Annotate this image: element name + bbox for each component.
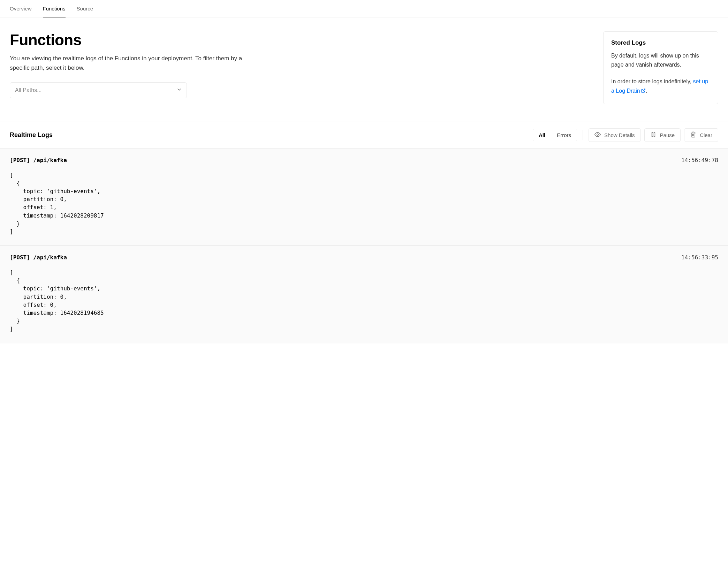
stored-logs-text-2: In order to store logs indefinitely, set… xyxy=(611,77,710,96)
log-entry-head: [POST] /api/kafka 14:56:49:78 xyxy=(10,157,718,163)
logs-controls: All Errors Show Details Pause Clear xyxy=(533,128,718,142)
svg-point-1 xyxy=(597,134,599,135)
stored-logs-text-2b: . xyxy=(646,88,647,94)
stored-logs-text-2a: In order to store logs indefinitely, xyxy=(611,78,693,84)
log-time: 14:56:49:78 xyxy=(681,157,718,163)
log-entry: [POST] /api/kafka 14:56:33:95 [ { topic:… xyxy=(0,246,728,343)
stored-logs-card: Stored Logs By default, logs will show u… xyxy=(603,31,718,104)
log-entry-body: [ { topic: 'github-events', partition: 0… xyxy=(10,268,718,333)
page-subtitle: You are viewing the realtime logs of the… xyxy=(10,54,261,73)
stored-logs-text-1: By default, logs will show up on this pa… xyxy=(611,51,710,69)
main-column: Functions You are viewing the realtime l… xyxy=(10,31,586,98)
log-request: [POST] /api/kafka xyxy=(10,157,67,163)
show-details-button[interactable]: Show Details xyxy=(589,128,641,142)
tab-functions[interactable]: Functions xyxy=(43,0,66,17)
pause-label: Pause xyxy=(660,132,675,138)
log-request: [POST] /api/kafka xyxy=(10,254,67,261)
log-entry-head: [POST] /api/kafka 14:56:33:95 xyxy=(10,254,718,261)
logs-header: Realtime Logs All Errors Show Details Pa… xyxy=(0,122,728,149)
stored-logs-title: Stored Logs xyxy=(611,39,710,46)
external-link-icon xyxy=(641,86,646,96)
log-entry-body: [ { topic: 'github-events', partition: 0… xyxy=(10,171,718,236)
eye-icon xyxy=(594,131,601,139)
svg-rect-3 xyxy=(654,132,655,137)
path-select-wrap: All Paths... xyxy=(10,82,187,98)
deployment-tabs: Overview Functions Source xyxy=(0,0,728,17)
log-time: 14:56:33:95 xyxy=(681,254,718,261)
log-entry: [POST] /api/kafka 14:56:49:78 [ { topic:… xyxy=(0,149,728,246)
page-content: Functions You are viewing the realtime l… xyxy=(0,17,728,122)
pause-button[interactable]: Pause xyxy=(644,128,681,142)
trash-icon xyxy=(690,131,696,139)
path-select[interactable]: All Paths... xyxy=(10,82,187,98)
tab-overview[interactable]: Overview xyxy=(10,0,32,17)
clear-button[interactable]: Clear xyxy=(684,128,718,142)
vertical-separator xyxy=(583,130,583,140)
log-filter-segmented: All Errors xyxy=(533,129,577,141)
clear-label: Clear xyxy=(700,132,712,138)
svg-rect-2 xyxy=(652,132,653,137)
logs-title: Realtime Logs xyxy=(10,131,53,139)
pause-icon xyxy=(650,131,657,139)
svg-line-0 xyxy=(643,89,645,91)
page-title: Functions xyxy=(10,31,586,49)
filter-all-button[interactable]: All xyxy=(533,129,551,141)
logs-body: [POST] /api/kafka 14:56:49:78 [ { topic:… xyxy=(0,149,728,343)
tab-source[interactable]: Source xyxy=(77,0,93,17)
filter-errors-button[interactable]: Errors xyxy=(551,129,577,141)
show-details-label: Show Details xyxy=(604,132,635,138)
